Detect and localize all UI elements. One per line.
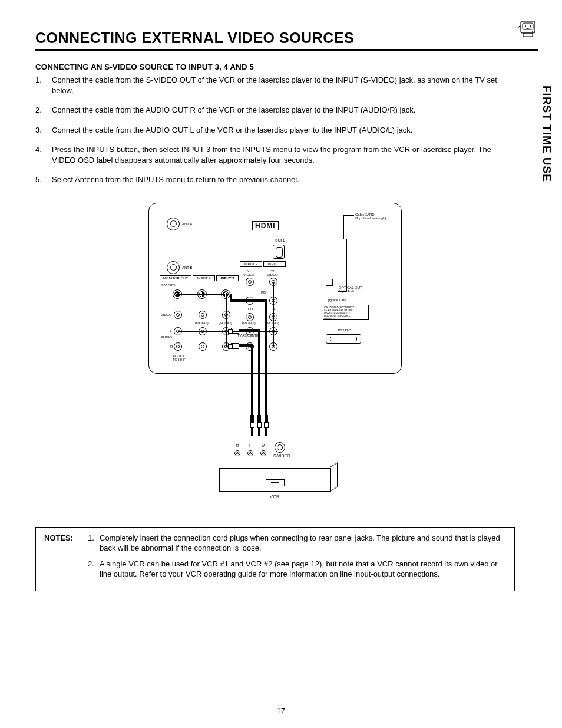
mono-label: (MONO)	[195, 321, 209, 325]
pr-label: PR	[272, 307, 276, 311]
page-number: 17	[0, 706, 562, 715]
rca-plug-r	[231, 343, 239, 349]
hdmi-port	[273, 245, 285, 259]
input1-label: INPUT 1	[263, 261, 286, 267]
input4-label: INPUT 4	[193, 275, 215, 281]
section-heading: CONNECTING AN S-VIDEO SOURCE TO INPUT 3,…	[35, 62, 515, 71]
caution-box: CAUTION DISCONNECT LEAD WIRE FROM UN- US…	[323, 305, 369, 320]
tv-rear-panel: ANT A ANT B HDMI HDMI 1 CableCARD (Top o…	[148, 203, 402, 374]
svg-rect-5	[523, 33, 533, 37]
vcr-device	[219, 468, 331, 492]
connection-diagram: ANT A ANT B HDMI HDMI 1 CableCARD (Top o…	[148, 203, 402, 503]
video-row-label: VIDEO	[161, 313, 172, 317]
step-item: Connect the cable from the S-VIDEO OUT o…	[35, 75, 515, 95]
mono-label: (MONO)	[266, 321, 279, 325]
yvideo-label: Y/ VIDEO	[267, 269, 278, 276]
hdmi1-label: HDMI 1	[273, 239, 285, 242]
input2-label: INPUT 2	[240, 261, 262, 267]
step-item: Connect the cable from the AUDIO OUT R o…	[35, 105, 515, 116]
cable-head-icon	[250, 415, 254, 428]
tv-character-icon	[515, 18, 538, 41]
device-svideo-label: S-VIDEO	[273, 454, 290, 458]
vcr-slot-icon	[266, 479, 285, 486]
instruction-list: Connect the cable from the S-VIDEO OUT o…	[35, 75, 515, 185]
device-l-jack	[247, 450, 253, 456]
svg-point-3	[530, 25, 531, 27]
ant-a-label: ANT A	[182, 222, 192, 226]
tv-as-center-label: TV AS CENTER	[237, 334, 261, 338]
step-item: Select Antenna from the INPUTS menu to r…	[35, 174, 515, 185]
section-tab: FIRST TIME USE	[540, 85, 553, 182]
cable-head-icon	[264, 415, 269, 428]
ant-a-jack	[167, 218, 180, 230]
ant-b-jack	[167, 261, 180, 274]
cable-head-icon	[257, 415, 262, 428]
device-r-jack	[234, 450, 240, 456]
page-title: CONNECTING EXTERNAL VIDEO SOURCES	[35, 29, 538, 47]
mono-label: (MONO)	[219, 321, 232, 325]
digital-audio-label: Digital Audio	[339, 290, 355, 293]
to-hifi-label: AUDIO TO HI-FI	[173, 354, 186, 361]
svg-point-2	[525, 25, 526, 27]
step-item: Press the INPUTS button, then select INP…	[35, 144, 515, 165]
input3-label: INPUT 3	[216, 275, 239, 281]
r-label: R	[170, 345, 173, 348]
upgrade-card-label: Upgrade Card	[326, 299, 346, 302]
page-header: CONNECTING EXTERNAL VIDEO SOURCES	[35, 29, 538, 51]
pb-label: PB	[261, 291, 266, 294]
device-l-label: L	[249, 443, 251, 449]
mono-label: (MONO)	[242, 321, 256, 325]
ant-b-label: ANT B	[182, 266, 193, 269]
svg-point-4	[532, 31, 533, 32]
device-v-jack	[260, 450, 266, 456]
cablecard-label: CableCARD	[355, 213, 375, 216]
audio-row-label: AUDIO	[161, 335, 172, 339]
rs232c-label: RS232C	[338, 328, 351, 332]
device-svideo-jack	[275, 442, 285, 453]
optical-out-label: OPTICAL OUT	[339, 286, 362, 289]
svideo-row-label: S-VIDEO	[161, 284, 176, 287]
rca-plug-l	[231, 328, 239, 334]
pr-label: PR	[248, 307, 253, 311]
step-item: Connect the cable from the AUDIO OUT L o…	[35, 125, 515, 136]
notes-list: Completely insert the connection cord pl…	[88, 533, 506, 585]
optical-out-port	[326, 279, 333, 286]
yvideo-label: Y/ VIDEO	[243, 269, 254, 276]
device-v-label: V	[262, 443, 265, 449]
vcr-label: VCR	[270, 494, 280, 499]
note-item: A single VCR can be used for VCR #1 and …	[88, 559, 506, 579]
notes-heading: NOTES:	[44, 533, 80, 585]
note-item: Completely insert the connection cord pl…	[88, 533, 506, 554]
device-r-label: R	[236, 443, 239, 449]
monitor-out-label: MONITOR OUT	[160, 275, 191, 281]
l-label: L	[170, 330, 172, 333]
cablecard-slot	[338, 239, 347, 292]
notes-box: NOTES: Completely insert the connection …	[35, 527, 515, 592]
rs232c-port	[326, 334, 361, 344]
hdmi-logo: HDMI	[252, 221, 279, 230]
cablecard-note: (Top of card faces right)	[355, 217, 386, 220]
